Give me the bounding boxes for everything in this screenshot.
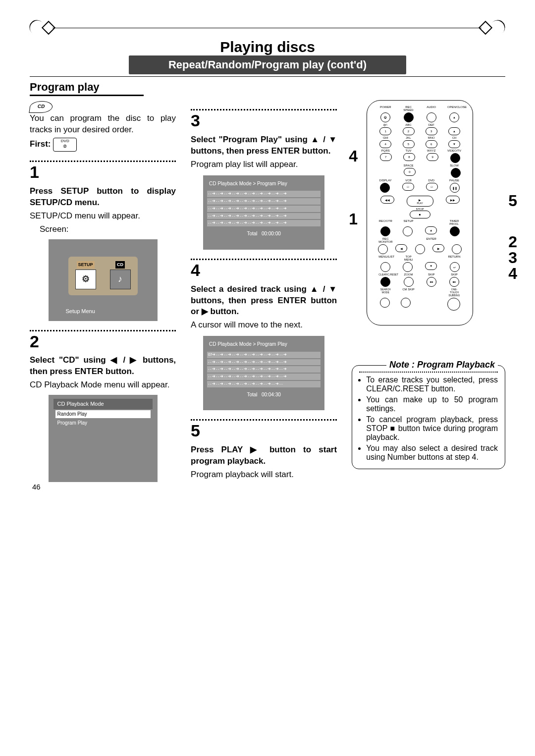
remote-btn-rew: ◀◀: [380, 196, 394, 204]
remote-control-diagram: POWER REC SPEED AUDIO OPEN/CLOSE ⏻ ▲ @!:…: [367, 100, 473, 325]
remote-label: ENTER: [425, 237, 438, 243]
column-1: CD You can program the disc to play trac…: [30, 100, 176, 486]
remote-btn-clear: [380, 277, 390, 287]
cd-disc-icon: CD: [29, 101, 53, 113]
callout-5-right: 5: [508, 192, 517, 210]
remote-label: VCR: [402, 179, 416, 182]
remote-label: CH: [447, 136, 461, 139]
column-2: 3 Select "Program Play" using ▲ / ▼ butt…: [191, 100, 337, 486]
menu-item-random: Random Play: [55, 410, 151, 418]
remote-btn-skipback: ⏮: [427, 277, 436, 287]
remote-label: SLOW: [447, 164, 461, 167]
remote-label: ABC: [402, 123, 416, 126]
step-number-3: 3: [191, 109, 337, 132]
remote-label-power: POWER: [378, 106, 392, 111]
dvd-power-icon: DVD⦿: [53, 138, 77, 152]
remote-label: RETURN: [447, 255, 461, 261]
remote-label: @!:: [378, 123, 392, 126]
note-box: Note : Program Playback To erase tracks …: [352, 365, 505, 469]
remote-btn-display: [380, 183, 390, 193]
remote-btn-up: ▲: [425, 226, 437, 234]
header-decoration: [30, 20, 505, 36]
first-label: First:: [30, 139, 51, 149]
note-title: Note : Program Playback: [386, 360, 498, 370]
remote-label: JKL: [402, 136, 416, 139]
remote-btn-play: ▶PLAY: [407, 196, 433, 207]
remote-btn-cmskip: [401, 298, 411, 308]
screen-label: Screen:: [40, 224, 176, 235]
callout-4-right: 4: [508, 265, 517, 283]
program-row: - - ➔ - - ➔ - - ➔ - - ➔ - - ➔ - - ➔ - - …: [207, 213, 321, 219]
remote-btn-9: 9: [427, 153, 438, 161]
step-number-1: 1: [30, 161, 176, 184]
remote-label: DISPLAY: [378, 179, 392, 182]
total-label: Total: [247, 392, 257, 397]
remote-btn-audio: [427, 112, 436, 122]
program-row: - - ➔ - - ➔ - - ➔ - - ➔ - - ➔ - - ➔ - - …: [207, 206, 321, 212]
remote-label: REC MONITOR: [378, 237, 392, 243]
note-item: To cancel program playback, press STOP ■…: [366, 415, 498, 442]
setup-menu-caption: Setup Menu: [66, 308, 95, 315]
page-number: 46: [32, 483, 41, 491]
remote-label-recspeed: REC SPEED: [402, 106, 416, 111]
remote-label: TUV: [402, 149, 416, 152]
program-row: - - ➔ - - ➔ - - ➔ - - ➔ - - ➔ - - ➔ - - …: [207, 191, 321, 197]
remote-btn-0: 0: [404, 168, 416, 176]
remote-btn-down: ▼: [425, 262, 437, 270]
program-screen-title: CD Playback Mode > Program Play: [207, 179, 321, 188]
step-number-5: 5: [191, 420, 337, 442]
total-time: 00:00:00: [262, 231, 281, 236]
remote-btn-7: 7: [380, 153, 392, 161]
remote-btn-chup: ▲: [448, 127, 460, 135]
remote-label: GHI: [378, 136, 392, 139]
step2-heading: Select "CD" using ◀ / ▶ buttons, then pr…: [30, 355, 176, 376]
remote-btn-extra: [452, 244, 462, 254]
callout-1-left: 1: [349, 210, 358, 228]
remote-btn-searchmode: [380, 298, 390, 308]
remote-label: ONE-TOUCH DUBBING: [447, 288, 461, 297]
remote-label: SPACE: [402, 164, 416, 167]
page-title: Playing discs: [30, 37, 505, 55]
intro-text: You can program the disc to play tracks …: [30, 113, 176, 136]
remote-btn-left: ◀: [395, 244, 407, 252]
program-row: 07➔ - - ➔ - - ➔ - - ➔ - - ➔ - - ➔ - - ➔ …: [207, 352, 321, 358]
program-list-filled-screenshot: CD Playback Mode > Program Play 07➔ - - …: [203, 336, 324, 410]
step5-text: Program playback will start.: [191, 469, 337, 481]
remote-btn-recotr: [380, 226, 390, 236]
remote-btn-zoom: [404, 277, 414, 287]
program-row: - - ➔ - - ➔ - - ➔ - - ➔ - - ➔ - - ➔ - - …: [207, 381, 321, 387]
remote-btn-menulist: [380, 262, 390, 272]
step3-text: Program play list will appear.: [191, 159, 337, 170]
remote-label: TIMER PROG.: [447, 219, 461, 225]
menu-item-program: Program Play: [55, 419, 151, 427]
remote-btn-ff: ▶▶: [446, 196, 460, 204]
remote-label: TOP MENU: [402, 255, 416, 261]
remote-btn-2: 2: [403, 127, 415, 135]
program-screen-title: CD Playback Mode > Program Play: [207, 340, 321, 349]
remote-btn-topmenu: [403, 262, 413, 272]
remote-label: SEARCH MODE: [378, 288, 392, 297]
remote-btn-timerprog: [450, 226, 460, 236]
remote-label: DEF: [425, 123, 438, 126]
remote-btn-dvd: ⬭: [426, 183, 438, 191]
remote-btn-chdown: ▼: [448, 140, 460, 148]
callout-4-left: 4: [349, 147, 358, 165]
program-row: - - ➔ - - ➔ - - ➔ - - ➔ - - ➔ - - ➔ - - …: [207, 220, 321, 226]
remote-btn-dubbing: [447, 298, 460, 311]
remote-label: MENU/LIST: [378, 255, 392, 261]
remote-label: WXYZ: [425, 149, 438, 152]
setup-menu-screenshot: SETUP⚙ CD♪ Setup Menu: [49, 239, 158, 321]
program-row: - - ➔ - - ➔ - - ➔ - - ➔ - - ➔ - - ➔ - - …: [207, 374, 321, 380]
step5-heading: Press PLAY ▶ button to start program pla…: [191, 445, 337, 466]
remote-btn-slow: [451, 168, 461, 178]
remote-label: MNO: [425, 136, 438, 139]
playback-menu-title: CD Playback Mode: [54, 399, 153, 409]
remote-btn-6: 6: [426, 140, 437, 148]
remote-btn-openclose: ▲: [449, 112, 459, 122]
remote-btn-enter: [415, 244, 425, 254]
remote-btn-recmonitor: [378, 244, 388, 254]
note-item: You may also select a desired track usin…: [366, 444, 498, 462]
remote-btn-4: 4: [379, 140, 391, 148]
remote-btn-setup: [403, 226, 413, 236]
remote-label: DVD: [425, 179, 438, 182]
